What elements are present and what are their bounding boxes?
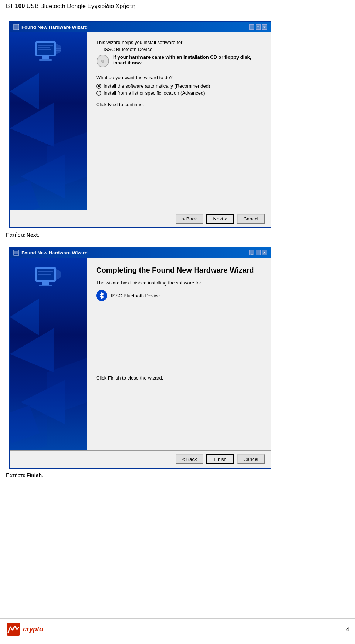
page-header: BT 100 USB Bluetooth Dongle Εγχειρίδιο Χ… — [0, 0, 355, 11]
svg-rect-3 — [37, 43, 54, 55]
svg-rect-22 — [14, 251, 18, 254]
wizard1-back-button[interactable]: < Back — [176, 214, 203, 224]
caption1-suffix: . — [38, 232, 39, 238]
wizard2-sidebar — [10, 258, 87, 450]
title-part2: USB Bluetooth Dongle Εγχειρίδιο Χρήστη — [25, 3, 135, 9]
wizard1-dialog: Found New Hardware Wizard _ □ × — [9, 21, 271, 228]
wizard1-click-next: Click Next to continue. — [96, 102, 262, 107]
page-number: 4 — [346, 626, 349, 632]
page-footer: crypto 4 — [0, 618, 355, 640]
wizard2-footer: < Back Finish Cancel — [10, 450, 271, 468]
wizard2-device-name: ISSC Bluetooth Device — [111, 293, 160, 299]
wizard2-minimize[interactable]: _ — [249, 250, 254, 255]
wizard2-titlebar: Found New Hardware Wizard _ □ × — [10, 247, 271, 258]
svg-rect-4 — [42, 56, 49, 59]
wizard1-minimize[interactable]: _ — [249, 24, 254, 30]
wizard1-cd-section: If your hardware came with an installati… — [96, 54, 262, 69]
title-bold: 100 — [15, 3, 25, 9]
svg-marker-13 — [10, 73, 39, 110]
wizard2-window-controls: _ □ × — [249, 250, 267, 255]
bluetooth-icon — [96, 290, 107, 301]
wizard1-radio1[interactable] — [96, 84, 101, 89]
wizard2-cancel-button[interactable]: Cancel — [237, 454, 265, 464]
caption1-prefix: Πατήστε — [6, 232, 27, 238]
wizard1-cd-text: If your hardware came with an installati… — [113, 54, 262, 65]
wizard1-footer: < Back Next > Cancel — [10, 210, 271, 227]
wizard1-window-controls: _ □ × — [249, 24, 267, 30]
caption1-bold: Next — [27, 232, 38, 238]
wizard1-close[interactable]: × — [262, 24, 267, 30]
wizard1-cancel-button[interactable]: Cancel — [237, 214, 265, 224]
wizard1-options: What do you want the wizard to do? Insta… — [96, 75, 262, 96]
wizard2-maximize[interactable]: □ — [256, 250, 261, 255]
caption2-suffix: . — [42, 472, 43, 478]
cd-icon — [96, 54, 109, 69]
wizard2-body: Completing the Found New Hardware Wizard… — [10, 258, 271, 450]
wizard1-title-text: Found New Hardware Wizard — [21, 24, 88, 30]
wizard2-title-icon — [13, 250, 19, 256]
wizard1-sidebar — [10, 32, 87, 210]
wizard1-titlebar: Found New Hardware Wizard _ □ × — [10, 22, 271, 32]
wizard2-device-row: ISSC Bluetooth Device — [96, 290, 262, 301]
wizard2-back-button[interactable]: < Back — [176, 454, 203, 464]
wizard2-finished-text: The wizard has finished installing the s… — [96, 280, 262, 286]
wizard1-radio2[interactable] — [96, 91, 101, 96]
wizard1-maximize[interactable]: □ — [256, 24, 261, 30]
title-part1: BT — [6, 3, 15, 9]
wizard1-sidebar-icon — [32, 36, 65, 70]
svg-rect-25 — [42, 282, 49, 285]
svg-marker-32 — [10, 328, 54, 372]
caption2-bold: Finish — [27, 472, 42, 478]
svg-marker-31 — [10, 299, 39, 336]
svg-rect-5 — [39, 59, 52, 61]
wizard1-what-text: What do you want the wizard to do? — [96, 75, 262, 80]
wizard1-content: This wizard helps you install software f… — [87, 32, 271, 210]
svg-rect-1 — [14, 25, 18, 29]
wizard2-close[interactable]: × — [262, 250, 267, 255]
svg-rect-24 — [37, 269, 54, 280]
wizard1-device: ISSC Bluetooth Device — [104, 47, 262, 52]
wizard1-body: This wizard helps you install software f… — [10, 32, 271, 210]
caption1: Πατήστε Next. — [6, 232, 349, 238]
caption2: Πατήστε Finish. — [6, 472, 349, 478]
wizard1-title-icon — [13, 24, 19, 30]
wizard2-finish-button[interactable]: Finish — [206, 454, 234, 464]
svg-marker-30 — [56, 269, 61, 280]
crypto-logo: crypto — [6, 622, 43, 637]
wizard1-option1-row[interactable]: Install the software automatically (Reco… — [96, 83, 262, 89]
wizard1-option2-label: Install from a list or specific location… — [104, 90, 205, 96]
svg-marker-14 — [10, 102, 54, 147]
wizard2-sidebar-icon — [32, 262, 65, 296]
wizard2-dialog: Found New Hardware Wizard _ □ × — [9, 247, 271, 469]
crypto-logo-text: crypto — [23, 626, 43, 633]
wizard2-click-finish: Click Finish to close the wizard. — [96, 375, 262, 381]
svg-rect-16 — [10, 180, 40, 210]
wizard1-intro: This wizard helps you install software f… — [96, 40, 262, 45]
wizard2-title-text: Found New Hardware Wizard — [21, 250, 88, 256]
wizard1-next-button[interactable]: Next > — [206, 214, 234, 224]
wizard2-heading: Completing the Found New Hardware Wizard — [96, 265, 262, 275]
crypto-logo-icon — [6, 622, 21, 637]
svg-rect-26 — [39, 285, 52, 286]
wizard1-option2-row[interactable]: Install from a list or specific location… — [96, 90, 262, 96]
wizard2-content: Completing the Found New Hardware Wizard… — [87, 258, 271, 450]
caption2-prefix: Πατήστε — [6, 472, 27, 478]
svg-point-20 — [102, 60, 104, 62]
wizard1-option1-label: Install the software automatically (Reco… — [104, 83, 210, 89]
